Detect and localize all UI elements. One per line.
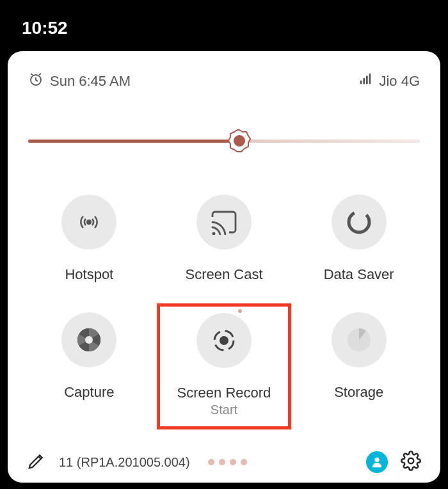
cast-icon	[196, 195, 252, 250]
aperture-icon	[61, 312, 116, 367]
quick-settings-panel: Sun 6:45 AM Jio 4G	[8, 51, 440, 483]
tile-storage[interactable]: Storage	[291, 303, 426, 429]
user-avatar[interactable]	[366, 451, 388, 473]
tile-screen-cast[interactable]: Screen Cast	[157, 186, 292, 294]
svg-rect-3	[366, 76, 368, 84]
tile-label: Screen Record	[177, 385, 271, 401]
svg-point-12	[220, 336, 228, 345]
tile-screen-record[interactable]: Screen Record Start	[157, 303, 292, 429]
dot-icon	[208, 459, 214, 465]
status-bar: Sun 6:45 AM Jio 4G	[22, 67, 426, 91]
slider-thumb[interactable]	[227, 128, 252, 154]
svg-rect-1	[360, 81, 362, 84]
svg-point-8	[346, 209, 372, 236]
tile-label: Screen Cast	[185, 266, 262, 283]
storage-icon	[332, 312, 387, 367]
data-saver-icon	[332, 195, 387, 250]
svg-point-5	[234, 135, 245, 147]
brightness-slider[interactable]	[28, 122, 420, 160]
svg-rect-4	[369, 74, 371, 84]
svg-point-10	[85, 336, 93, 344]
tile-label: Capture	[64, 384, 114, 401]
panel-footer: 11 (RP1A.201005.004)	[22, 447, 426, 474]
version-text: 11 (RP1A.201005.004)	[59, 455, 190, 470]
tile-grid: Hotspot Screen Cast Data Saver	[22, 186, 426, 429]
tile-label: Hotspot	[65, 266, 113, 283]
status-day-time: Sun 6:45 AM	[50, 73, 131, 90]
network-label: Jio 4G	[379, 73, 420, 90]
tile-hotspot[interactable]: Hotspot	[22, 186, 157, 294]
dot-icon	[241, 459, 247, 465]
dot-icon	[230, 459, 236, 465]
tile-sublabel: Start	[211, 403, 237, 417]
tile-label: Storage	[334, 384, 383, 401]
svg-point-14	[374, 458, 379, 462]
alarm-icon	[28, 72, 44, 91]
tile-label: Data Saver	[324, 266, 394, 283]
hotspot-icon	[61, 195, 116, 250]
tile-data-saver[interactable]: Data Saver	[291, 186, 426, 294]
record-icon	[196, 313, 252, 368]
indicator-dot-icon	[238, 309, 242, 313]
svg-rect-2	[364, 78, 365, 84]
svg-point-6	[86, 220, 92, 225]
page-indicator[interactable]	[208, 459, 247, 465]
svg-point-15	[408, 458, 414, 464]
settings-gear-icon[interactable]	[401, 451, 421, 474]
status-right: Jio 4G	[358, 72, 420, 90]
slider-track	[28, 140, 420, 143]
edit-icon[interactable]	[27, 451, 46, 473]
svg-point-7	[212, 232, 215, 236]
status-left: Sun 6:45 AM	[28, 72, 131, 91]
tile-capture[interactable]: Capture	[22, 303, 157, 429]
device-time: 10:52	[22, 18, 68, 38]
dot-icon	[219, 459, 225, 465]
signal-icon	[358, 72, 372, 90]
